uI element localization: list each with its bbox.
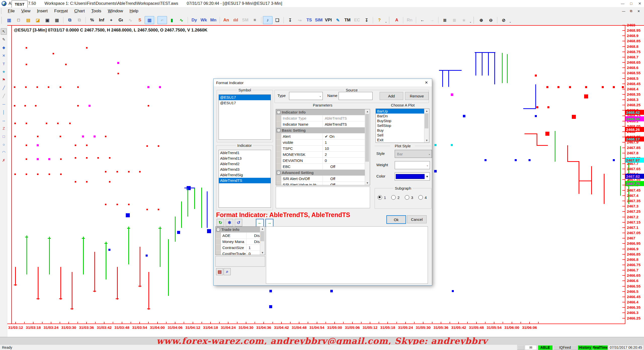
plot-list-scrollbar[interactable]: ▲▼ (424, 109, 429, 143)
pointer-tool[interactable]: ↖ (1, 28, 7, 35)
grid-row[interactable]: Alert✔On (276, 133, 370, 139)
zoom-reset-icon[interactable]: ⊘ (499, 16, 508, 24)
param-grid-scrollbar[interactable]: ▲▼ (365, 109, 370, 185)
menu-format[interactable]: Format (51, 8, 71, 14)
mdi-close[interactable]: ✕ (635, 8, 642, 14)
bar-chart-icon[interactable]: ▥ (145, 16, 154, 24)
trendline-tool[interactable]: ╱ (1, 85, 7, 91)
grid-row[interactable]: CostPerTrade0 (216, 251, 265, 255)
refresh-all-icon[interactable]: ↻ (217, 219, 224, 226)
collapse-icon[interactable]: − (277, 111, 280, 114)
dialog-close-icon[interactable]: ✕ (421, 79, 432, 86)
range-tool[interactable]: ↔ (1, 117, 7, 123)
open-icon[interactable]: ▤ (23, 16, 33, 24)
weekly-button[interactable]: Wk (199, 16, 209, 24)
help-button[interactable]: ? (375, 16, 384, 24)
ok-button[interactable]: Ok (386, 215, 406, 224)
grid-row[interactable]: DEVIATION0 (276, 158, 370, 164)
mdi-minimize[interactable]: — (620, 8, 627, 14)
collapse-icon[interactable]: − (217, 228, 220, 231)
subgraph-radio-1[interactable]: 1 (378, 195, 386, 200)
zoom-in-icon[interactable]: ⊕ (476, 16, 486, 24)
sound-alert-icon[interactable]: ♪ (263, 16, 272, 24)
menu-file[interactable]: File (5, 8, 18, 14)
menu-view[interactable]: View (18, 8, 34, 14)
toolbar-grip[interactable] (473, 17, 475, 23)
grid-param-value[interactable]: AbleTrendTS (323, 115, 370, 121)
download-icon[interactable]: ↧ (285, 16, 295, 24)
indicator-item[interactable]: AbleTrend1 (219, 150, 271, 156)
pencil-tool[interactable]: ✎ (1, 36, 7, 43)
refresh-icon[interactable]: ↺ (235, 219, 242, 226)
copy-icon[interactable]: ⧉ (65, 16, 74, 24)
sim-button[interactable]: SIM (314, 16, 324, 24)
trade-info-grid[interactable]: −Trade InfoAOEDisableMoney ManaDisableCo… (215, 226, 265, 255)
h-window-icon[interactable]: ❏ (272, 16, 282, 24)
zoom-out-icon[interactable]: ⊖ (486, 16, 496, 24)
window-maximize[interactable]: □ (627, 0, 635, 7)
vline-tool[interactable]: │ (1, 109, 7, 115)
cross-tool[interactable]: ✕ (1, 52, 7, 59)
indicator-item[interactable]: AbleTrendTS (219, 178, 271, 183)
percent-button[interactable]: % (87, 16, 97, 24)
weight-combo[interactable]: ⌄ (395, 161, 430, 169)
snap-button[interactable]: S (135, 16, 145, 24)
mdi-restore[interactable]: ⧉ (627, 8, 635, 14)
menu-insert[interactable]: Insert (34, 8, 51, 14)
hline-tool[interactable]: ─ (1, 101, 7, 107)
print-icon[interactable]: ▦ (52, 16, 62, 24)
grid-row[interactable]: visible1 (276, 139, 370, 146)
grid-param-value[interactable]: 1 (323, 139, 370, 145)
ellipse-tool[interactable]: ○ (1, 141, 7, 148)
subgraph-radio-2[interactable]: 2 (391, 195, 399, 200)
edit-icon[interactable]: ✎ (333, 16, 343, 24)
window-close[interactable]: ✕ (635, 0, 644, 7)
trade-report-icon[interactable]: ▤ (216, 268, 223, 275)
vpi-button[interactable]: VPI (324, 16, 333, 24)
star-tool[interactable]: ★ (1, 68, 7, 75)
inf-button[interactable]: Inf (97, 16, 106, 24)
grid-param-value[interactable]: 10 (323, 146, 370, 151)
daily-button[interactable]: Dy (189, 16, 199, 24)
grid-group-row[interactable]: −Advanced Setting (276, 170, 370, 176)
dialog-title-bar[interactable]: Format Indicator ✕ (214, 79, 432, 86)
cancel-button[interactable]: Cancel (407, 215, 427, 223)
save-icon[interactable]: ▣ (43, 16, 52, 24)
grid-row[interactable]: Money ManaDisable (216, 239, 265, 245)
next-icon[interactable]: → (265, 219, 273, 227)
symbol-list[interactable]: @ESU17@ESU17 (219, 94, 271, 140)
grid-group-row[interactable]: −Trade Info (216, 227, 265, 233)
grid-row[interactable]: Indicator TypeAbleTrendTS (276, 115, 370, 121)
rectangle-tool[interactable]: □ (1, 133, 7, 139)
grid-param-value[interactable]: 0 (323, 158, 370, 163)
save-as-icon[interactable]: ◪ (33, 16, 43, 24)
back-arrow-icon[interactable]: ← (418, 16, 427, 24)
toolbar-overflow-icon[interactable]: ⌄ (384, 16, 388, 24)
symbol-item[interactable]: @ESU17 (219, 95, 271, 100)
grid-param-value[interactable]: AbleTrendTS (323, 121, 370, 127)
new-window-icon[interactable]: □ (14, 16, 23, 24)
plot-item[interactable]: BarUp (376, 109, 429, 114)
style-combo[interactable]: Bar ⌄ (395, 150, 432, 158)
grid-param-value[interactable]: Off (323, 164, 370, 169)
grid-row[interactable]: MONEYRISK2 (276, 152, 370, 158)
candle-chart-icon[interactable]: ▮ (167, 16, 177, 24)
trade-analyze-icon[interactable]: ⌕ (224, 268, 231, 275)
plot-list[interactable]: BarUpBarDnBuyStopSellStopBuySellExit▲▼ (376, 109, 429, 143)
remove-button[interactable]: Remove (405, 92, 429, 100)
zigzag-chart-icon[interactable]: ∿ (177, 16, 186, 24)
volume-bars-button[interactable]: ılıl (231, 16, 240, 24)
subgraph-radio-4[interactable]: 4 (418, 195, 427, 200)
plot-item[interactable]: BarDn (376, 114, 429, 118)
symbol-item[interactable]: @ESU17 (219, 100, 271, 106)
grid-param-value[interactable]: Off (323, 176, 370, 182)
parameters-grid[interactable]: −Indicator InfoIndicator TypeAbleTrendTS… (276, 109, 370, 185)
indicator-item[interactable]: AbleTrend13 (219, 156, 271, 161)
diamond-tool[interactable]: ◆ (1, 44, 7, 51)
download2-icon[interactable]: ↧ (362, 16, 371, 24)
segment-tool[interactable]: ╱ (1, 93, 7, 99)
toolbar-overflow-icon[interactable]: ⌄ (508, 16, 512, 24)
chart-window-icon[interactable]: ▥ (4, 16, 14, 24)
grid-row[interactable]: S/R Alert On/OffOff (276, 176, 370, 182)
list-icon[interactable]: ≡ (250, 16, 260, 24)
